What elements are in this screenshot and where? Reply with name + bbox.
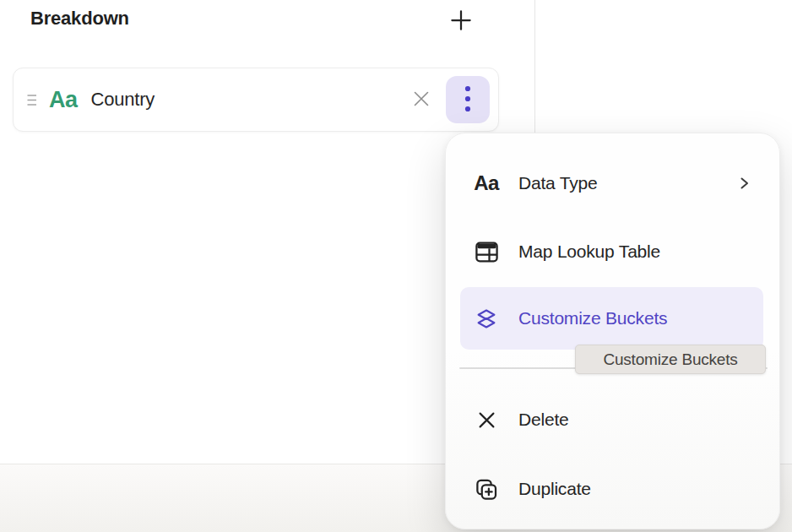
menu-item-label: Map Lookup Table bbox=[518, 242, 660, 262]
customize-buckets-tooltip: Customize Buckets bbox=[575, 345, 766, 374]
text-type-icon: Aa bbox=[474, 173, 499, 193]
breakdown-header: Breakdown bbox=[0, 0, 534, 44]
breakdown-field-card: Aa Country bbox=[13, 68, 499, 132]
menu-item-label: Customize Buckets bbox=[518, 308, 667, 328]
page-title: Breakdown bbox=[30, 8, 129, 30]
menu-item-customize-buckets[interactable]: Customize Buckets bbox=[460, 287, 763, 350]
plus-icon bbox=[448, 8, 474, 35]
table-icon bbox=[474, 241, 499, 263]
close-icon bbox=[409, 86, 434, 114]
menu-item-data-type[interactable]: Aa Data Type bbox=[460, 160, 763, 207]
menu-item-map-lookup-table[interactable]: Map Lookup Table bbox=[460, 228, 763, 275]
field-type-badge: Aa bbox=[49, 89, 78, 111]
app-canvas: Breakdown Aa Country bbox=[0, 0, 792, 532]
drag-handle-icon[interactable] bbox=[27, 93, 37, 107]
menu-item-label: Delete bbox=[518, 410, 569, 430]
field-context-menu: Aa Data Type Map Lookup Table bbox=[445, 133, 780, 529]
field-name: Country bbox=[91, 89, 155, 111]
copy-plus-icon bbox=[474, 476, 499, 502]
chevron-right-icon bbox=[737, 174, 751, 193]
layers-icon bbox=[474, 306, 499, 332]
field-menu-button[interactable] bbox=[446, 76, 490, 123]
kebab-icon bbox=[464, 84, 471, 116]
add-breakdown-button[interactable] bbox=[446, 6, 476, 36]
menu-item-duplicate[interactable]: Duplicate bbox=[460, 465, 763, 513]
menu-item-label: Data Type bbox=[518, 173, 598, 193]
remove-field-button[interactable] bbox=[407, 85, 436, 114]
menu-item-label: Duplicate bbox=[518, 479, 591, 499]
menu-item-delete[interactable]: Delete bbox=[460, 396, 763, 443]
x-icon bbox=[474, 409, 499, 432]
